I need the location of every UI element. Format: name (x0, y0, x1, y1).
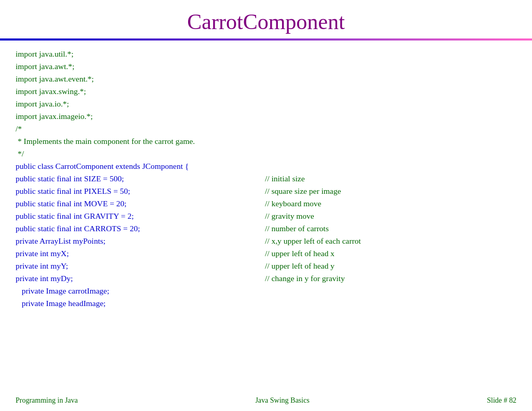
code-line: import javax.swing.*; (16, 85, 516, 98)
code-line: private Image headImage; (16, 297, 516, 310)
code-comment: // x,y upper left of each carrot (265, 235, 361, 247)
code-field: private int myY; (16, 260, 265, 272)
code-line: * Implements the main component for the … (16, 135, 516, 148)
slide: CarrotComponent import java.util.*; impo… (0, 0, 532, 411)
code-comment: // upper left of head y (265, 260, 335, 272)
code-field: public static final int PIXELS = 50; (16, 185, 265, 197)
code-field: private int myX; (16, 247, 265, 260)
code-comment: // number of carrots (265, 222, 329, 235)
code-comment: // change in y for gravity (265, 272, 345, 285)
code-field: private ArrayList myPoints; (16, 235, 265, 247)
code-field-row: private int myY; // upper left of head y (16, 260, 516, 272)
slide-title: CarrotComponent (10, 9, 522, 34)
code-field-row: public static final int CARROTS = 20; //… (16, 222, 516, 235)
slide-footer: Programming in Java Java Swing Basics Sl… (0, 392, 532, 411)
code-field: public static final int SIZE = 500; (16, 173, 265, 185)
code-field-row: private int myDy; // change in y for gra… (16, 272, 516, 285)
code-field: private int myDy; (16, 272, 265, 285)
code-line: private Image carrotImage; (16, 285, 516, 297)
code-line: */ (16, 148, 516, 160)
code-comment: // upper left of head x (265, 247, 335, 260)
code-field-row: private ArrayList myPoints; // x,y upper… (16, 235, 516, 247)
code-field-row: public static final int SIZE = 500; // i… (16, 173, 516, 185)
code-line: public class CarrotComponent extends JCo… (16, 160, 516, 173)
code-field-row: public static final int MOVE = 20; // ke… (16, 197, 516, 210)
code-content: import java.util.*; import java.awt.*; i… (0, 41, 532, 392)
footer-center: Java Swing Basics (255, 396, 309, 405)
footer-right: Slide # 82 (487, 396, 516, 405)
code-line: import java.awt.event.*; (16, 73, 516, 85)
code-field-row: public static final int PIXELS = 50; // … (16, 185, 516, 197)
code-field: public static final int MOVE = 20; (16, 197, 265, 210)
code-comment: // initial size (265, 173, 305, 185)
code-line: import java.io.*; (16, 98, 516, 110)
code-line: import java.util.*; (16, 48, 516, 60)
code-field-row: private int myX; // upper left of head x (16, 247, 516, 260)
code-comment: // gravity move (265, 210, 314, 222)
code-field-row: public static final int GRAVITY = 2; // … (16, 210, 516, 222)
slide-header: CarrotComponent (0, 0, 532, 38)
code-field: public static final int CARROTS = 20; (16, 222, 265, 235)
code-comment: // square size per image (265, 185, 341, 197)
code-field: public static final int GRAVITY = 2; (16, 210, 265, 222)
code-comment: // keyboard move (265, 197, 321, 210)
code-line: import java.awt.*; (16, 60, 516, 73)
code-line: import javax.imageio.*; (16, 110, 516, 123)
footer-left: Programming in Java (16, 396, 78, 405)
code-line: /* (16, 123, 516, 135)
